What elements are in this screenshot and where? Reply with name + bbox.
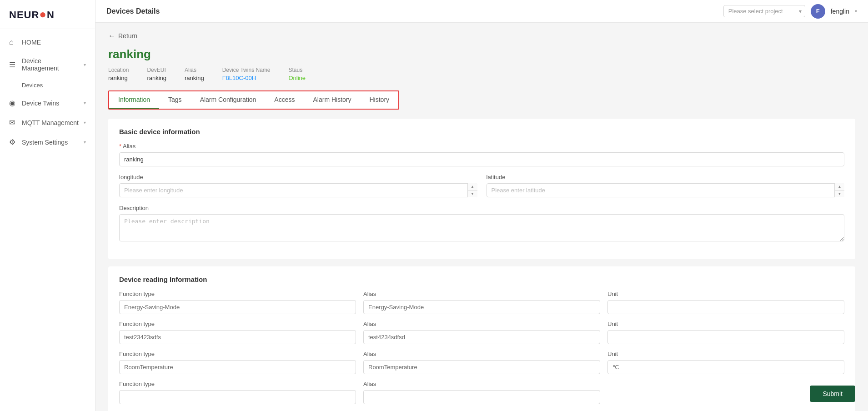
function-type-label-0: Function type xyxy=(119,291,356,297)
reading-row-2: Function type Alias Unit xyxy=(119,351,844,374)
description-row: Description xyxy=(119,205,844,243)
reading-row-3: Function type Alias xyxy=(119,381,844,404)
function-type-label-1: Function type xyxy=(119,321,356,327)
function-type-input-2[interactable] xyxy=(119,360,356,374)
longitude-spinner: ▲ ▼ xyxy=(467,183,477,197)
settings-icon: ⚙ xyxy=(9,138,17,146)
basic-info-section: Basic device information Alias longitude… xyxy=(108,119,855,259)
home-icon: ⌂ xyxy=(9,38,17,46)
reading-alias-col-2: Alias xyxy=(363,351,600,374)
device-meta: Location ranking DevEUI ranking Alias ra… xyxy=(108,67,855,81)
alias-label-1: Alias xyxy=(363,321,600,327)
tab-tags[interactable]: Tags xyxy=(159,91,191,109)
longitude-spinner-up[interactable]: ▲ xyxy=(468,183,477,190)
user-name[interactable]: fenglin xyxy=(831,8,849,15)
device-reading-section: Device reading Information Function type… xyxy=(108,266,855,411)
left-arrow-icon: ← xyxy=(108,32,115,40)
chevron-down-icon-2: ▾ xyxy=(84,100,86,105)
longitude-col: longitude ▲ ▼ xyxy=(119,174,477,197)
reading-function-type-col-2: Function type xyxy=(119,351,356,374)
unit-label-0: Unit xyxy=(607,291,844,297)
unit-label-1: Unit xyxy=(607,321,844,327)
description-input[interactable] xyxy=(119,214,844,241)
sidebar-item-home-label: HOME xyxy=(22,39,86,46)
reading-unit-col-1: Unit xyxy=(607,321,844,344)
project-select[interactable]: Please select project xyxy=(723,5,805,17)
function-type-label-3: Function type xyxy=(119,381,356,387)
reading-function-type-col-3: Function type xyxy=(119,381,356,404)
tab-alarm-configuration[interactable]: Alarm Configuration xyxy=(191,91,266,109)
sidebar-item-mqtt-management[interactable]: ✉ MQTT Management ▾ xyxy=(0,113,95,132)
sidebar-item-system-settings[interactable]: ⚙ System Settings ▾ xyxy=(0,132,95,152)
unit-input-1[interactable] xyxy=(607,330,844,344)
avatar-initials: F xyxy=(816,8,820,15)
function-type-input-1[interactable] xyxy=(119,330,356,344)
sidebar-item-devices-label: Devices xyxy=(22,82,43,89)
reading-alias-col-0: Alias xyxy=(363,291,600,314)
latitude-label: latitude xyxy=(487,174,845,180)
alias-row: Alias xyxy=(119,143,844,166)
submit-button[interactable]: Submit xyxy=(810,386,855,402)
device-management-icon: ☰ xyxy=(9,60,17,69)
latitude-spinner: ▲ ▼ xyxy=(834,183,844,197)
longitude-label: longitude xyxy=(119,174,477,180)
reading-function-type-col-0: Function type xyxy=(119,291,356,314)
meta-status: Staus Online xyxy=(288,67,306,81)
alias-input[interactable] xyxy=(119,152,844,166)
meta-deveui-value: ranking xyxy=(147,75,166,81)
project-select-wrapper[interactable]: Please select project xyxy=(723,5,805,17)
unit-input-0[interactable] xyxy=(607,300,844,314)
sidebar-item-devices[interactable]: Devices xyxy=(0,77,95,93)
sidebar-item-home[interactable]: ⌂ HOME xyxy=(0,33,95,52)
topbar-right: Please select project F fenglin ▾ xyxy=(723,4,857,19)
latitude-spinner-down[interactable]: ▼ xyxy=(835,190,844,197)
sidebar-item-device-twins[interactable]: ◉ Device Twins ▾ xyxy=(0,93,95,113)
reading-row-1: Function type Alias Unit xyxy=(119,321,844,344)
tab-alarm-history[interactable]: Alarm History xyxy=(304,91,360,109)
meta-alias-value: ranking xyxy=(185,75,204,81)
sidebar: NEUR●N ⌂ HOME ☰ Device Management ▾ Devi… xyxy=(0,0,95,411)
tab-access[interactable]: Access xyxy=(265,91,304,109)
chevron-down-icon-4: ▾ xyxy=(84,140,86,145)
meta-twins-name-label: Device Twins Name xyxy=(222,67,271,73)
status-badge: Online xyxy=(288,75,306,81)
sidebar-item-device-management[interactable]: ☰ Device Management ▾ xyxy=(0,52,95,77)
meta-twins-name: Device Twins Name F8L10C-00H xyxy=(222,67,271,81)
page-title: Devices Details xyxy=(106,7,160,15)
tab-history[interactable]: History xyxy=(361,91,399,109)
meta-deveui: DevEUI ranking xyxy=(147,67,166,81)
meta-twins-name-value[interactable]: F8L10C-00H xyxy=(222,75,271,81)
alias-label-2: Alias xyxy=(363,351,600,357)
latitude-input[interactable] xyxy=(487,183,845,197)
unit-input-2[interactable] xyxy=(607,360,844,374)
reading-function-type-col-1: Function type xyxy=(119,321,356,344)
function-type-input-3[interactable] xyxy=(119,390,356,404)
function-type-input-0[interactable] xyxy=(119,300,356,314)
alias-label-0: Alias xyxy=(363,291,600,297)
alias-label: Alias xyxy=(119,143,844,150)
longitude-spinner-down[interactable]: ▼ xyxy=(468,190,477,197)
sidebar-item-device-twins-label: Device Twins xyxy=(22,100,79,107)
reading-row-0: Function type Alias Unit xyxy=(119,291,844,314)
alias-input-2[interactable] xyxy=(363,360,600,374)
user-dropdown-arrow[interactable]: ▾ xyxy=(855,9,857,14)
alias-input-0[interactable] xyxy=(363,300,600,314)
basic-info-title: Basic device information xyxy=(119,128,844,135)
sidebar-item-device-management-label: Device Management xyxy=(22,57,79,72)
device-twins-icon: ◉ xyxy=(9,99,17,107)
latitude-col: latitude ▲ ▼ xyxy=(487,174,845,197)
reading-alias-col-3: Alias xyxy=(363,381,600,404)
longitude-input[interactable] xyxy=(119,183,477,197)
reading-unit-col-2: Unit xyxy=(607,351,844,374)
return-label: Return xyxy=(118,32,137,40)
main-content: Devices Details Please select project F … xyxy=(95,0,868,411)
sidebar-item-mqtt-label: MQTT Management xyxy=(22,119,79,126)
chevron-down-icon-3: ▾ xyxy=(84,120,86,125)
alias-input-1[interactable] xyxy=(363,330,600,344)
meta-alias: Alias ranking xyxy=(185,67,204,81)
tab-information[interactable]: Information xyxy=(109,91,159,109)
alias-input-3[interactable] xyxy=(363,390,600,404)
latitude-spinner-up[interactable]: ▲ xyxy=(835,183,844,190)
reading-unit-col-0: Unit xyxy=(607,291,844,314)
return-button[interactable]: ← Return xyxy=(108,32,855,40)
